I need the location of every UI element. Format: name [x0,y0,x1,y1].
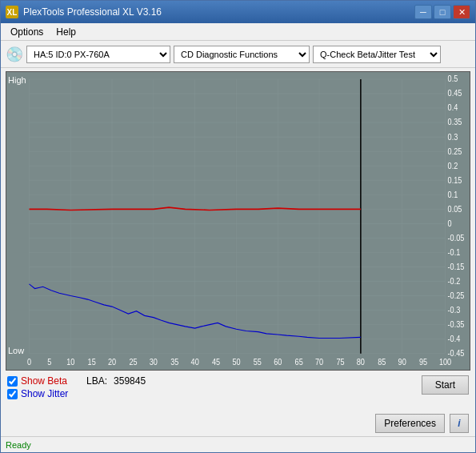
app-icon: XL [6,6,18,18]
bottom-panel: Show Beta LBA: 359845 Show Jitter Start … [1,372,475,436]
chart-high-label: High [8,75,26,85]
lba-value: 359845 [114,375,146,387]
drive-select[interactable]: HA:5 ID:0 PX-760A [26,46,170,63]
svg-text:-0.15: -0.15 [448,262,465,271]
svg-text:55: 55 [254,358,262,367]
maximize-button[interactable]: □ [434,5,451,19]
window-title: PlexTools Professional XL V3.16 [23,6,162,18]
svg-text:40: 40 [191,358,199,367]
svg-text:30: 30 [150,358,158,367]
svg-rect-0 [6,72,470,370]
svg-text:0.5: 0.5 [448,74,458,84]
lba-label: LBA: [86,375,107,387]
preferences-button[interactable]: Preferences [375,414,445,433]
svg-text:0.1: 0.1 [448,190,458,199]
svg-text:0.15: 0.15 [448,175,462,185]
svg-text:0: 0 [27,358,31,367]
svg-text:0.05: 0.05 [448,204,462,214]
title-bar-left: XL PlexTools Professional XL V3.16 [6,6,162,18]
svg-text:65: 65 [295,358,303,367]
svg-text:-0.4: -0.4 [448,335,461,344]
right-buttons: Start [422,375,469,395]
chart-svg: 0.5 0.45 0.4 0.35 0.3 0.25 0.2 0.15 0.1 … [6,72,470,370]
svg-text:70: 70 [315,358,323,367]
title-bar: XL PlexTools Professional XL V3.16 ─ □ ✕ [1,1,475,23]
svg-text:15: 15 [88,358,96,367]
svg-text:75: 75 [336,358,344,367]
show-beta-checkbox[interactable] [7,376,18,387]
svg-text:25: 25 [129,358,137,367]
svg-text:100: 100 [439,358,451,367]
svg-text:-0.05: -0.05 [448,233,465,243]
svg-text:-0.2: -0.2 [448,276,461,286]
svg-text:10: 10 [66,358,74,367]
svg-text:0.4: 0.4 [448,103,458,113]
svg-text:-0.1: -0.1 [448,247,461,257]
svg-text:-0.3: -0.3 [448,306,461,315]
status-text: Ready [6,440,31,450]
svg-text:35: 35 [170,358,178,367]
svg-text:-0.45: -0.45 [448,349,465,359]
chart-low-label: Low [8,346,24,355]
svg-text:0.35: 0.35 [448,118,462,127]
jitter-checkbox-row: Show Jitter [7,388,146,399]
chart-area: High Low [6,71,470,371]
svg-text:45: 45 [212,358,220,367]
main-window: XL PlexTools Professional XL V3.16 ─ □ ✕… [0,0,476,453]
show-jitter-checkbox[interactable] [7,389,18,399]
status-bar: Ready [1,436,475,452]
checkboxes: Show Beta LBA: 359845 Show Jitter [7,375,146,399]
svg-text:95: 95 [419,358,427,367]
info-button[interactable]: i [450,414,469,433]
beta-checkbox-row: Show Beta LBA: 359845 [7,375,146,387]
show-jitter-label: Show Jitter [21,388,68,399]
drive-icon: 💿 [6,46,23,63]
svg-text:60: 60 [274,358,282,367]
toolbar: 💿 HA:5 ID:0 PX-760A CD Diagnostic Functi… [1,41,475,68]
svg-text:0.25: 0.25 [448,146,462,156]
svg-text:0.2: 0.2 [448,161,458,170]
close-button[interactable]: ✕ [453,5,470,19]
svg-text:-0.25: -0.25 [448,291,465,300]
menu-options[interactable]: Options [4,25,50,38]
second-buttons-row: Preferences i [7,414,469,433]
svg-text:0.45: 0.45 [448,89,462,98]
svg-text:5: 5 [47,358,51,367]
start-button[interactable]: Start [422,375,469,395]
svg-text:50: 50 [232,358,240,367]
svg-text:20: 20 [108,358,116,367]
svg-text:90: 90 [398,358,406,367]
svg-text:80: 80 [357,358,365,367]
menu-bar: Options Help [1,23,475,41]
test-select[interactable]: Q-Check Beta/Jitter Test [313,46,441,63]
menu-help[interactable]: Help [50,25,82,38]
title-bar-controls: ─ □ ✕ [414,5,470,19]
svg-text:0.3: 0.3 [448,132,458,142]
minimize-button[interactable]: ─ [414,5,432,19]
svg-text:85: 85 [378,358,386,367]
svg-text:-0.35: -0.35 [448,320,465,330]
controls-row: Show Beta LBA: 359845 Show Jitter Start [7,375,469,399]
show-beta-label: Show Beta [21,375,67,387]
function-select[interactable]: CD Diagnostic Functions [174,46,310,63]
svg-text:0: 0 [448,218,452,228]
